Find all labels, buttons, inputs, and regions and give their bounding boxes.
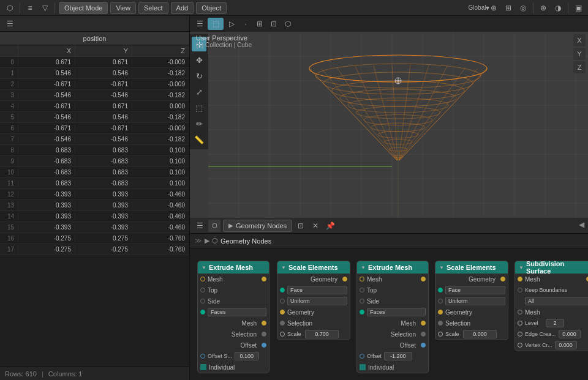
svg-line-35 xyxy=(399,69,487,160)
node-extrude-mesh-2[interactable]: ▼ Extrude Mesh Mesh Top Side xyxy=(356,261,429,373)
scale1-uniform-dropdown[interactable]: Uniform xyxy=(287,297,347,305)
viewport-label: User Perspective (1) Collection | Cube xyxy=(196,34,252,48)
extrude2-mesh-in: Mesh xyxy=(357,274,428,285)
scale2-uniform: Uniform xyxy=(435,296,508,307)
select-btn[interactable]: Select xyxy=(138,2,168,14)
scale1-geometry-out: Geometry xyxy=(277,274,350,285)
geometry-nodes-btn[interactable]: ▶ Geometry Nodes xyxy=(223,220,292,232)
viewport-cam[interactable]: ⊡ xyxy=(268,18,280,30)
extrude1-checkbox[interactable] xyxy=(200,364,206,370)
overlay-icon[interactable]: ⊕ xyxy=(537,2,549,14)
separator xyxy=(568,2,568,13)
proportional-icon[interactable]: ◎ xyxy=(517,2,529,14)
table-row: 12 -0.393 0.393 -0.460 xyxy=(0,189,189,200)
viewport-right-icons: X Y Z xyxy=(573,34,586,73)
scale1-face-dropdown[interactable]: Face xyxy=(287,286,347,294)
col-header-y: Y xyxy=(75,45,132,56)
add-btn[interactable]: Add xyxy=(171,2,194,14)
extrude1-mesh-out: Mesh xyxy=(198,318,269,329)
global-btn[interactable]: Global ▾ xyxy=(473,2,485,14)
close-node-icon[interactable]: ✕ xyxy=(309,220,322,232)
node-scale-elements-1[interactable]: ▼ Scale Elements Geometry Face Uniform xyxy=(277,261,350,340)
node-toolbar: ☰ ⬡ ▶ Geometry Nodes ⊡ ✕ 📌 ◀ xyxy=(190,218,588,234)
viewport-wire[interactable]: ⬡ xyxy=(282,18,294,30)
scale-tool[interactable]: ⤢ xyxy=(192,84,206,99)
table-row: 2 -0.671 -0.671 -0.009 xyxy=(0,79,189,90)
svg-point-28 xyxy=(364,115,432,125)
node-type-icon[interactable]: ⬡ xyxy=(208,220,221,232)
extrude1-individual: Individual xyxy=(198,362,269,373)
viewport-scene xyxy=(208,32,588,218)
viewport-menu[interactable]: ☰ xyxy=(194,18,206,30)
viewport-dot[interactable]: · xyxy=(239,18,252,30)
grid-svg xyxy=(208,32,588,218)
snap-icon[interactable]: ⊞ xyxy=(502,2,514,14)
rotate-tool[interactable]: ↻ xyxy=(192,69,206,83)
node-extrude-mesh-1-header: ▼ Extrude Mesh xyxy=(198,261,269,274)
viewport-icon[interactable]: ⬚ xyxy=(208,18,224,30)
view-gizmo-x[interactable]: X xyxy=(573,34,586,47)
rows-count: Rows: 610 xyxy=(5,370,37,378)
subdivision-vertex-val[interactable]: 0.000 xyxy=(555,341,577,349)
extrude2-mode-dropdown[interactable]: Faces xyxy=(367,308,426,316)
scale1-val[interactable]: 0.700 xyxy=(305,330,339,338)
subdivision-all-select[interactable]: All xyxy=(525,297,588,305)
object-mode-btn[interactable]: Object Mode xyxy=(59,2,108,14)
view-gizmo-y[interactable]: Y xyxy=(573,48,586,60)
cols-count: Columns: 1 xyxy=(48,370,83,378)
subdivision-mesh-label: Mesh xyxy=(515,307,588,318)
node-canvas[interactable]: ▼ Extrude Mesh Mesh Top Side xyxy=(190,248,588,380)
funnel-icon[interactable]: ▽ xyxy=(39,2,51,14)
viewport-toolbar: ☰ ⬚ ▷ · ⊞ ⊡ ⬡ xyxy=(190,16,588,32)
subdivision-edge-val[interactable]: 0.000 xyxy=(559,330,581,338)
collection-label: (1) Collection | Cube xyxy=(196,42,252,48)
filter-icon[interactable]: ≡ xyxy=(24,2,36,14)
table-row: 8 0.683 0.683 0.100 xyxy=(0,145,189,156)
collapse-icon[interactable]: ◀ xyxy=(579,220,584,229)
spreadsheet-panel: ☰ position X Y Z 0 0.671 0.671 -0.009 1 … xyxy=(0,16,190,380)
node-scale-elements-2[interactable]: ▼ Scale Elements Geometry Face Uniform xyxy=(435,261,508,340)
subdivision-level-val[interactable]: 2 xyxy=(546,319,564,327)
breadcrumb-arrow: ▶ xyxy=(205,237,209,245)
3d-viewport[interactable]: ☰ ⬚ ▷ · ⊞ ⊡ ⬡ ⊹ ✥ ↻ ⤢ ⬚ ✏ 📏 User Perspec… xyxy=(190,16,588,218)
node-subdivision-surface[interactable]: ▼ Subdivision Surface Mesh Keep Boundari… xyxy=(514,261,588,351)
extrude1-offset-out: Offset xyxy=(198,340,269,351)
object-btn[interactable]: Object xyxy=(196,2,227,14)
blender-icon[interactable]: ⬡ xyxy=(4,2,16,14)
node-subdivision-header: ▼ Subdivision Surface xyxy=(515,261,588,274)
scale2-face-dropdown[interactable]: Face xyxy=(445,286,505,294)
extrude2-faces: Faces xyxy=(357,307,428,318)
extrude2-checkbox[interactable] xyxy=(360,364,366,370)
render-icon[interactable]: ▣ xyxy=(572,2,584,14)
transform-tool[interactable]: ⬚ xyxy=(192,100,206,115)
extrude2-offset[interactable]: -1.200 xyxy=(384,352,412,360)
scale2-val[interactable]: 0.000 xyxy=(463,330,497,338)
pin-icon[interactable]: 📌 xyxy=(324,220,336,232)
node-extrude-mesh-1[interactable]: ▼ Extrude Mesh Mesh Top Side xyxy=(197,261,270,373)
spreadsheet-menu[interactable]: ☰ xyxy=(4,18,16,30)
scale2-uniform-dropdown[interactable]: Uniform xyxy=(445,297,505,305)
col-header-x: X xyxy=(18,45,75,56)
move-tool[interactable]: ✥ xyxy=(192,53,206,67)
scale1-face: Face xyxy=(277,285,350,296)
extrude1-mode-dropdown[interactable]: Faces xyxy=(208,308,266,316)
table-row: 16 -0.275 0.275 -0.760 xyxy=(0,233,189,244)
viewport-grid[interactable]: ⊞ xyxy=(254,18,266,30)
annotate-tool[interactable]: ✏ xyxy=(192,116,206,131)
table-row: 14 0.393 -0.393 -0.460 xyxy=(0,211,189,222)
shading-icon[interactable]: ◑ xyxy=(552,2,564,14)
subdivision-vertex-crease: Vertex Cr... 0.000 xyxy=(515,340,588,351)
spreadsheet-toolbar: ☰ xyxy=(0,16,189,32)
extrude1-offset-scale: Offset S... 0.100 xyxy=(198,351,269,362)
extrude2-offset-val: Offset -1.200 xyxy=(357,351,428,362)
node-menu[interactable]: ☰ xyxy=(194,220,206,232)
measure-tool[interactable]: 📏 xyxy=(192,132,206,147)
table-row: 7 -0.546 -0.546 -0.182 xyxy=(0,134,189,145)
view-btn[interactable]: View xyxy=(110,2,136,14)
perspective-label: User Perspective xyxy=(196,34,252,42)
viewport-more[interactable]: ▷ xyxy=(225,18,238,30)
view-gizmo-z[interactable]: Z xyxy=(573,61,586,73)
extrude1-offset-val[interactable]: 0.100 xyxy=(235,352,259,360)
magnet-icon[interactable]: ⊕ xyxy=(488,2,500,14)
copy-icon[interactable]: ⊡ xyxy=(295,220,307,232)
